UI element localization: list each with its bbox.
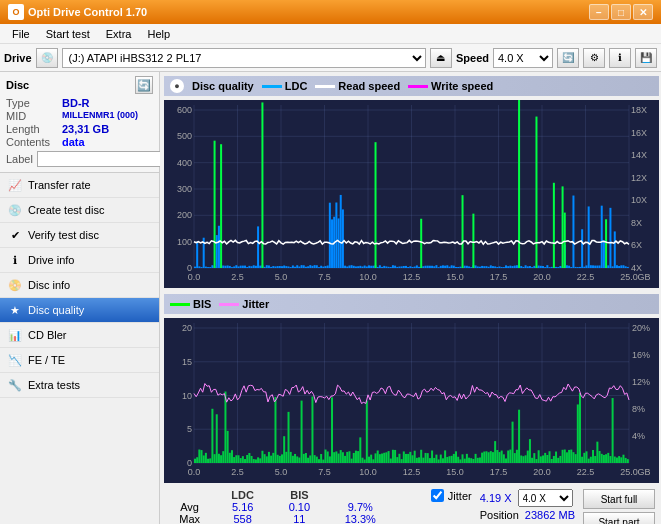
stats-row-avg: Avg 5.16 0.10 9.7% [168,501,386,513]
nav-icon-transfer-rate: 📈 [8,178,22,192]
eject-button[interactable]: ⏏ [430,48,452,68]
menu-help[interactable]: Help [139,26,178,42]
nav-label-extra-tests: Extra tests [28,379,80,391]
jitter-color [219,303,239,306]
col-bis: BIS [274,489,325,501]
speed-select-2[interactable]: 4.0 X [518,489,573,507]
title-bar: O Opti Drive Control 1.70 − □ ✕ [0,0,661,24]
row-ldc: 558 [211,513,274,524]
nav-icon-disc-quality: ★ [8,303,22,317]
menu-extra[interactable]: Extra [98,26,140,42]
upper-chart-header: ● Disc quality LDC Read speed Write spee… [164,76,659,96]
chart-title: Disc quality [192,80,254,92]
nav-item-fe-te[interactable]: 📉FE / TE [0,348,159,373]
legend-ldc: LDC [262,80,308,92]
disc-panel: Disc 🔄 Type BD-R MID MILLENMR1 (000) Len… [0,72,159,173]
settings-button[interactable]: ⚙ [583,48,605,68]
start-part-button[interactable]: Start part [583,512,655,524]
legend-read: Read speed [315,80,400,92]
row-bis: 0.10 [274,501,325,513]
chart-container: ● Disc quality LDC Read speed Write spee… [160,72,661,524]
row-ldc: 5.16 [211,501,274,513]
window-controls: − □ ✕ [589,4,653,20]
position-label: Position [480,509,519,521]
minimize-button[interactable]: − [589,4,609,20]
type-value: BD-R [62,97,90,109]
nav-item-extra-tests[interactable]: 🔧Extra tests [0,373,159,398]
nav-items: 📈Transfer rate💿Create test disc✔Verify t… [0,173,159,398]
lower-chart [164,318,659,483]
info-button[interactable]: ℹ [609,48,631,68]
save-button[interactable]: 💾 [635,48,657,68]
app-icon: O [8,4,24,20]
stats-panel: LDC BIS Avg 5.16 0.10 9.7% Max 558 11 13… [164,487,659,524]
label-label: Label [6,153,33,165]
nav-icon-verify-test-disc: ✔ [8,228,22,242]
position-row: Position 23862 MB [480,509,575,521]
nav-item-transfer-rate[interactable]: 📈Transfer rate [0,173,159,198]
nav-label-disc-quality: Disc quality [28,304,84,316]
jitter-checkbox[interactable] [431,489,444,502]
type-label: Type [6,97,58,109]
label-input[interactable] [37,151,166,167]
col-ldc: LDC [211,489,274,501]
nav-label-transfer-rate: Transfer rate [28,179,91,191]
stats-table: LDC BIS Avg 5.16 0.10 9.7% Max 558 11 13… [168,489,423,524]
drive-select[interactable]: (J:) ATAPI iHBS312 2 PL17 [62,48,426,68]
contents-label: Contents [6,136,58,148]
mid-value: MILLENMR1 (000) [62,110,138,122]
drive-bar: Drive 💿 (J:) ATAPI iHBS312 2 PL17 ⏏ Spee… [0,44,661,72]
menu-file[interactable]: File [4,26,38,42]
maximize-button[interactable]: □ [611,4,631,20]
jitter-label: Jitter [448,490,472,502]
nav-label-drive-info: Drive info [28,254,74,266]
lower-chart-header: BIS Jitter [164,294,659,314]
nav-item-drive-info[interactable]: ℹDrive info [0,248,159,273]
speed-label: Speed [456,52,489,64]
ldc-color [262,85,282,88]
bis-color [170,303,190,306]
app-title: Opti Drive Control 1.70 [28,6,147,18]
contents-value: data [62,136,85,148]
menu-bar: File Start test Extra Help [0,24,661,44]
drive-label: Drive [4,52,32,64]
start-full-button[interactable]: Start full [583,489,655,509]
close-button[interactable]: ✕ [633,4,653,20]
row-label: Avg [168,501,211,513]
row-jitter: 13.3% [325,513,386,524]
nav-label-create-test-disc: Create test disc [28,204,104,216]
length-label: Length [6,123,58,135]
nav-icon-extra-tests: 🔧 [8,378,22,392]
read-color [315,85,335,88]
write-color [408,85,428,88]
nav-icon-cd-bler: 📊 [8,328,22,342]
nav-icon-fe-te: 📉 [8,353,22,367]
nav-icon-drive-info: ℹ [8,253,22,267]
disc-refresh-btn[interactable]: 🔄 [135,76,153,94]
sidebar: Disc 🔄 Type BD-R MID MILLENMR1 (000) Len… [0,72,160,524]
nav-icon-create-test-disc: 💿 [8,203,22,217]
jitter-check: Jitter [431,489,472,502]
nav-item-disc-info[interactable]: 📀Disc info [0,273,159,298]
nav-item-create-test-disc[interactable]: 💿Create test disc [0,198,159,223]
row-bis: 11 [274,513,325,524]
position-value: 23862 MB [525,509,575,521]
upper-chart [164,100,659,288]
chart-icon: ● [170,79,184,93]
nav-item-disc-quality[interactable]: ★Disc quality [0,298,159,323]
nav-item-verify-test-disc[interactable]: ✔Verify test disc [0,223,159,248]
stats-row-max: Max 558 11 13.3% [168,513,386,524]
nav-icon-disc-info: 📀 [8,278,22,292]
mid-label: MID [6,110,58,122]
legend-write: Write speed [408,80,493,92]
nav-label-cd-bler: CD Bler [28,329,67,341]
col-empty [168,489,211,501]
menu-start-test[interactable]: Start test [38,26,98,42]
drive-icon-btn[interactable]: 💿 [36,48,58,68]
refresh-button[interactable]: 🔄 [557,48,579,68]
nav-label-disc-info: Disc info [28,279,70,291]
nav-item-cd-bler[interactable]: 📊CD Bler [0,323,159,348]
content-area: ● Disc quality LDC Read speed Write spee… [160,72,661,524]
speed-select[interactable]: 4.0 X [493,48,553,68]
row-jitter: 9.7% [325,501,386,513]
